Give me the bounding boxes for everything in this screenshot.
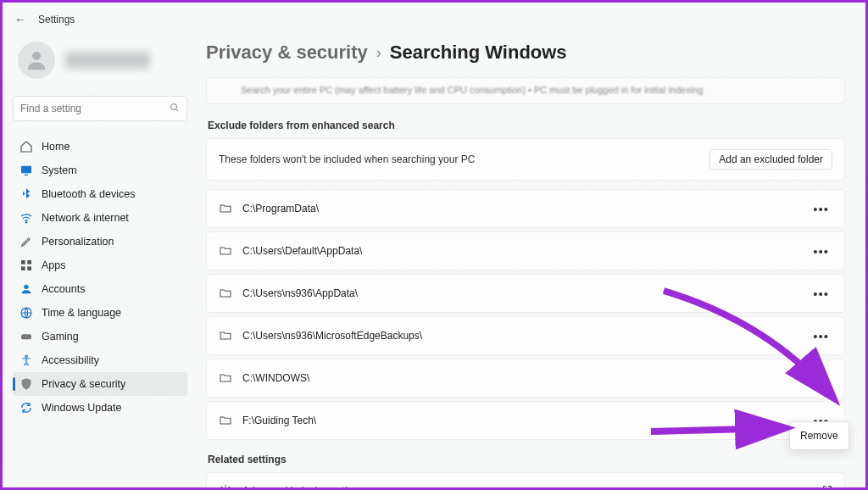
more-options-button[interactable]: ••• [810,241,832,262]
svg-point-0 [32,52,41,60]
svg-rect-4 [25,175,28,175]
sidebar-item-accounts[interactable]: Accounts [13,277,187,301]
svg-rect-9 [27,266,31,270]
brush-icon [19,235,33,248]
sidebar-item-windows-update[interactable]: Windows Update [13,396,187,420]
folder-path: C:\ProgramData\ [242,203,319,214]
folder-icon [219,244,232,258]
svg-rect-3 [21,166,31,174]
related-row-advanced-indexing[interactable]: Advanced indexing options [206,472,845,487]
sidebar-item-label: Apps [42,259,66,271]
breadcrumb-parent[interactable]: Privacy & security [206,42,368,64]
section-title-related: Related settings [208,454,845,465]
sidebar-item-time-language[interactable]: Time & language [13,301,187,325]
info-banner: Search your entire PC (may affect batter… [206,77,845,104]
svg-rect-8 [21,266,25,270]
folder-icon [219,287,232,300]
svg-rect-7 [27,260,31,264]
svg-rect-12 [21,334,31,339]
folder-path: F:\Guiding Tech\ [242,415,316,426]
sidebar-item-bluetooth-devices[interactable]: Bluetooth & devices [13,182,187,206]
folder-icon [219,371,232,385]
shield-icon [19,377,33,391]
sidebar-item-label: Windows Update [42,402,122,414]
user-block[interactable] [13,36,187,91]
main-content: Privacy & security › Searching Windows S… [199,36,865,487]
svg-line-2 [176,109,179,111]
excluded-folder-row: C:\Users\Default\AppData\••• [206,231,845,270]
sidebar-item-network-internet[interactable]: Network & internet [13,206,187,230]
folder-path: C:\Users\Default\AppData\ [242,245,362,257]
sidebar-item-label: Personalization [42,236,114,248]
system-icon [19,164,33,177]
excluded-folder-row: C:\Users\ns936\MicrosoftEdgeBackups\••• [206,316,845,355]
back-button[interactable]: ← [14,13,26,26]
sidebar-item-label: Accounts [42,283,85,295]
sidebar-item-label: Time & language [42,307,121,319]
context-menu-remove[interactable]: Remove [790,426,849,446]
sidebar: HomeSystemBluetooth & devicesNetwork & i… [3,36,199,487]
sidebar-item-label: Home [42,141,70,153]
search-icon [170,103,180,115]
sidebar-item-personalization[interactable]: Personalization [13,230,187,253]
bluetooth-icon [19,187,33,201]
excluded-folder-row: F:\Guiding Tech\••• [206,401,845,440]
sidebar-item-label: Privacy & security [42,378,125,390]
sidebar-item-label: System [42,164,77,176]
apps-icon [19,259,33,272]
search-input-wrapper[interactable] [13,96,187,121]
sidebar-item-label: Gaming [42,331,79,342]
exclude-subtitle: These folders won't be included when sea… [219,153,475,165]
avatar [18,42,55,79]
more-options-button[interactable]: ••• [810,198,832,220]
wifi-icon [19,211,33,225]
globe-icon [19,306,33,320]
exclude-description-row: These folders won't be included when sea… [206,138,845,181]
update-icon [19,401,33,415]
section-title-exclude: Exclude folders from enhanced search [208,120,845,131]
sidebar-item-privacy-security[interactable]: Privacy & security [13,372,187,396]
svg-point-13 [25,355,28,358]
excluded-folder-row: C:\Users\ns936\AppData\••• [206,274,845,313]
open-external-icon [822,485,832,488]
gear-icon [219,484,232,487]
folder-icon [219,329,232,342]
folder-icon [219,414,232,427]
svg-point-1 [171,103,177,109]
sidebar-item-label: Accessibility [42,354,99,366]
sidebar-item-label: Bluetooth & devices [42,188,136,200]
person-icon [19,282,33,296]
related-label: Advanced indexing options [242,485,364,487]
chevron-right-icon: › [376,44,381,62]
folder-path: C:\WINDOWS\ [242,372,309,384]
svg-point-10 [24,285,28,289]
user-name-redacted [65,52,150,69]
breadcrumb: Privacy & security › Searching Windows [206,36,845,77]
svg-point-5 [25,222,26,223]
folder-icon [219,202,232,215]
access-icon [19,354,33,367]
svg-rect-6 [21,260,25,264]
folder-path: C:\Users\ns936\MicrosoftEdgeBackups\ [242,330,422,342]
game-icon [19,330,33,343]
more-options-button[interactable]: ••• [810,326,832,347]
page-title: Searching Windows [390,42,567,64]
add-excluded-folder-button[interactable]: Add an excluded folder [709,149,832,170]
sidebar-item-home[interactable]: Home [13,135,187,159]
sidebar-item-apps[interactable]: Apps [13,253,187,277]
context-menu: Remove [789,421,849,450]
sidebar-item-gaming[interactable]: Gaming [13,325,187,348]
excluded-folder-row: C:\ProgramData\••• [206,189,845,228]
header-title: Settings [38,14,75,25]
more-options-button[interactable]: ••• [810,368,832,389]
excluded-folder-row: C:\WINDOWS\••• [206,359,845,398]
search-input[interactable] [20,103,170,114]
sidebar-item-label: Network & internet [42,212,129,224]
home-icon [19,140,33,153]
more-options-button[interactable]: ••• [810,283,832,304]
sidebar-item-system[interactable]: System [13,159,187,182]
sidebar-item-accessibility[interactable]: Accessibility [13,348,187,372]
folder-path: C:\Users\ns936\AppData\ [242,287,358,299]
